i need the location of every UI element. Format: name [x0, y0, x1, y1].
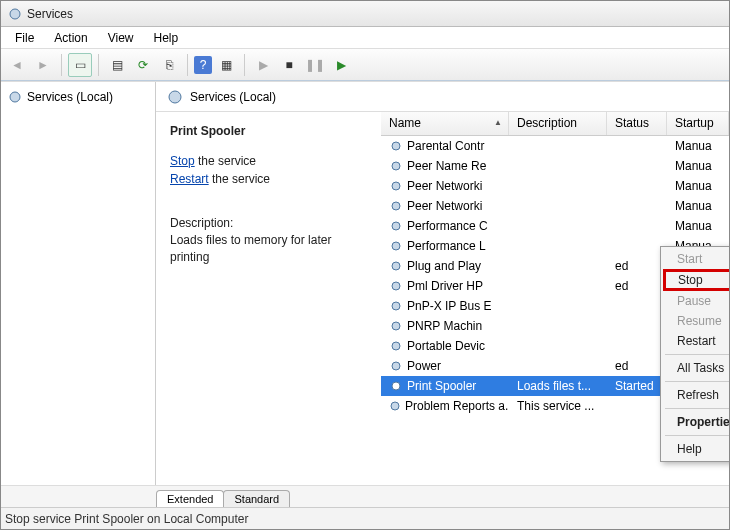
content-header: Services (Local) [156, 82, 729, 112]
tree-pane: Services (Local) [1, 82, 156, 485]
stop-link[interactable]: Stop [170, 154, 195, 168]
cell-description [509, 364, 607, 368]
svg-point-11 [392, 302, 400, 310]
table-row[interactable]: Peer NetworkiManua [381, 176, 729, 196]
content-pane: Services (Local) Print Spooler Stop the … [156, 82, 729, 485]
services-icon [7, 89, 23, 105]
menu-separator [665, 408, 729, 409]
menu-help[interactable]: Help [144, 29, 189, 47]
cell-description: This service ... [509, 397, 607, 415]
restart-icon[interactable]: ▶ [329, 53, 353, 77]
gear-icon [389, 279, 403, 293]
context-menu: StartStopPauseResumeRestartAll TasksRefr… [660, 246, 729, 462]
gear-icon [389, 319, 403, 333]
restart-suffix: the service [209, 172, 270, 186]
gear-icon [389, 139, 403, 153]
cell-status [607, 324, 667, 328]
help-icon[interactable]: ? [194, 56, 212, 74]
col-startup[interactable]: Startup [667, 112, 729, 135]
detail-pane: Print Spooler Stop the service Restart t… [156, 112, 381, 485]
menu-action[interactable]: Action [44, 29, 97, 47]
menu-resume: Resume [663, 311, 729, 331]
open-icon[interactable]: ▦ [214, 53, 238, 77]
gear-icon [389, 219, 403, 233]
svg-point-1 [10, 92, 20, 102]
cell-name: Plug and Play [407, 259, 481, 273]
gear-icon [389, 379, 403, 393]
menu-restart[interactable]: Restart [663, 331, 729, 351]
menu-all-tasks[interactable]: All Tasks [663, 358, 729, 378]
svg-point-4 [392, 162, 400, 170]
cell-status [607, 404, 667, 408]
cell-name: Pml Driver HP [407, 279, 483, 293]
cell-status [607, 344, 667, 348]
forward-icon[interactable]: ► [31, 53, 55, 77]
svg-point-9 [392, 262, 400, 270]
cell-description [509, 184, 607, 188]
cell-status [607, 184, 667, 188]
tab-standard[interactable]: Standard [223, 490, 290, 507]
col-name[interactable]: Name [381, 112, 509, 135]
svg-point-2 [169, 91, 181, 103]
services-icon [7, 6, 23, 22]
menu-help[interactable]: Help [663, 439, 729, 459]
gear-icon [389, 199, 403, 213]
cell-status [607, 244, 667, 248]
service-name: Print Spooler [170, 124, 367, 138]
pause-icon[interactable]: ❚❚ [303, 53, 327, 77]
window-title: Services [27, 7, 73, 21]
menu-stop[interactable]: Stop [663, 269, 729, 291]
cell-status [607, 304, 667, 308]
menu-file[interactable]: File [5, 29, 44, 47]
cell-status: Started [607, 377, 667, 395]
description-text: Loads files to memory for later printing [170, 232, 367, 266]
menu-refresh[interactable]: Refresh [663, 385, 729, 405]
export-icon[interactable]: ⎘ [157, 53, 181, 77]
play-icon[interactable]: ▶ [251, 53, 275, 77]
separator [187, 54, 188, 76]
menu-pause: Pause [663, 291, 729, 311]
table-row[interactable]: Performance CManua [381, 216, 729, 236]
cell-name: PNRP Machin [407, 319, 482, 333]
menu-properties[interactable]: Properties [663, 412, 729, 432]
cell-name: Power [407, 359, 441, 373]
restart-link[interactable]: Restart [170, 172, 209, 186]
table-row[interactable]: Parental ContrManua [381, 136, 729, 156]
cell-description [509, 224, 607, 228]
cell-startup: Manua [667, 137, 729, 155]
gear-icon [389, 259, 403, 273]
gear-icon [389, 339, 403, 353]
col-description[interactable]: Description [509, 112, 607, 135]
properties-icon[interactable]: ▤ [105, 53, 129, 77]
back-icon[interactable]: ◄ [5, 53, 29, 77]
tab-extended[interactable]: Extended [156, 490, 224, 507]
stop-icon[interactable]: ■ [277, 53, 301, 77]
body: Services (Local) Services (Local) Print … [1, 81, 729, 485]
col-status[interactable]: Status [607, 112, 667, 135]
svg-point-3 [392, 142, 400, 150]
menubar: File Action View Help [1, 27, 729, 49]
column-headers: Name Description Status Startup [381, 112, 729, 136]
svg-point-12 [392, 322, 400, 330]
stop-suffix: the service [195, 154, 256, 168]
menu-view[interactable]: View [98, 29, 144, 47]
cell-status [607, 224, 667, 228]
refresh-icon[interactable]: ⟳ [131, 53, 155, 77]
cell-name: Parental Contr [407, 139, 484, 153]
cell-status [607, 164, 667, 168]
table-row[interactable]: Peer NetworkiManua [381, 196, 729, 216]
table-row[interactable]: Peer Name ReManua [381, 156, 729, 176]
cell-status [607, 204, 667, 208]
show-hide-tree-icon[interactable]: ▭ [68, 53, 92, 77]
cell-name: Performance L [407, 239, 486, 253]
svg-point-7 [392, 222, 400, 230]
tree-root[interactable]: Services (Local) [1, 86, 155, 108]
cell-description [509, 304, 607, 308]
svg-point-8 [392, 242, 400, 250]
cell-description [509, 244, 607, 248]
cell-name: Print Spooler [407, 379, 476, 393]
menu-separator [665, 354, 729, 355]
svg-point-16 [391, 402, 399, 410]
titlebar[interactable]: Services [1, 1, 729, 27]
tree-root-label: Services (Local) [27, 90, 113, 104]
